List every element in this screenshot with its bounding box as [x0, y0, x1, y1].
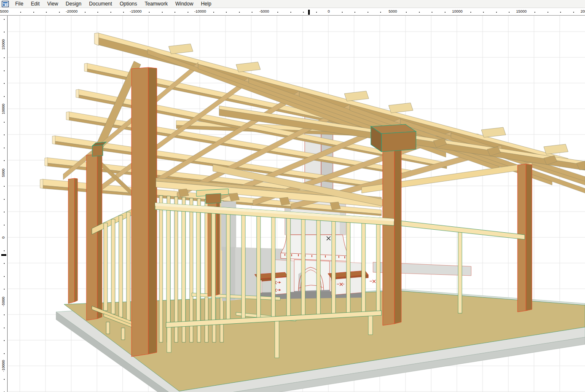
- menu-view[interactable]: View: [43, 0, 62, 8]
- ruler-unit-label: -10000: [194, 9, 206, 13]
- menu-help[interactable]: Help: [197, 0, 215, 8]
- beam-pocket-right: [371, 124, 416, 152]
- application-window: File Edit View Design Document Options T…: [0, 0, 585, 392]
- ruler-unit-label: -5000: [259, 9, 269, 13]
- ruler-unit-label: 5000: [0, 164, 6, 181]
- drawing-canvas[interactable]: [0, 16, 585, 392]
- post-right-center: [383, 148, 401, 325]
- menu-file[interactable]: File: [11, 0, 27, 8]
- menu-bar: File Edit View Design Document Options T…: [0, 0, 585, 8]
- ruler-cursor-position: [1, 254, 6, 256]
- ruler-unit-label: -10000: [0, 357, 6, 374]
- ruler-unit-label: 5000: [389, 9, 397, 13]
- 3d-model-view: [0, 0, 585, 392]
- menu-edit[interactable]: Edit: [27, 0, 43, 8]
- ruler-unit-label: -25000: [0, 9, 8, 13]
- app-window-icon[interactable]: [2, 1, 9, 7]
- menu-document[interactable]: Document: [85, 0, 116, 8]
- menu-window[interactable]: Window: [172, 0, 197, 8]
- ruler-unit-label: 10000: [0, 100, 6, 117]
- post-left-corner: [68, 178, 78, 303]
- post-front-left: [131, 67, 157, 357]
- ruler-unit-label: 0: [327, 9, 330, 13]
- post-left-wall: [86, 154, 102, 320]
- ruler-unit-label: -15000: [130, 9, 142, 13]
- menu-teamwork[interactable]: Teamwork: [141, 0, 172, 8]
- horizontal-ruler[interactable]: -25000-20000-15000-10000-500005000100001…: [0, 8, 585, 16]
- ruler-unit-label: 10000: [452, 9, 462, 13]
- ruler-unit-label: 0: [0, 229, 6, 246]
- ruler-unit-label: 20000: [580, 9, 585, 13]
- ruler-unit-label: -20000: [66, 9, 78, 13]
- vertical-ruler[interactable]: 150001000050000-5000-10000: [0, 16, 8, 392]
- ruler-unit-label: -5000: [0, 293, 6, 310]
- railing-top-rail-right: [401, 221, 525, 239]
- ruler-unit-label: 15000: [516, 9, 526, 13]
- ruler-unit-label: 15000: [0, 36, 6, 53]
- menu-options[interactable]: Options: [116, 0, 141, 8]
- menu-design[interactable]: Design: [62, 0, 85, 8]
- ruler-cursor-position: [308, 10, 310, 15]
